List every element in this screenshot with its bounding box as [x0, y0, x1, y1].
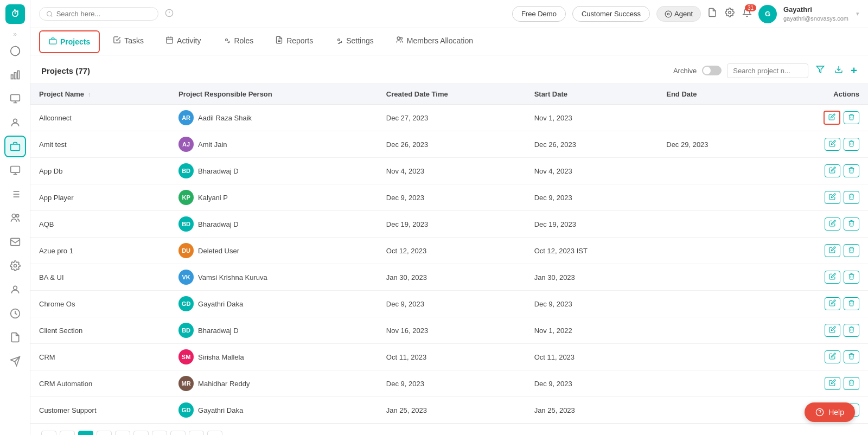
edit-button[interactable] [825, 138, 840, 151]
project-name-cell: App Db [30, 158, 170, 184]
search-box[interactable] [39, 7, 158, 21]
delete-button[interactable] [844, 244, 859, 257]
add-project-button[interactable]: + [851, 65, 857, 77]
page-4-button[interactable]: 4 [133, 431, 149, 435]
avatar[interactable]: G [758, 5, 777, 23]
sidebar-item-desktop[interactable] [4, 159, 26, 181]
responsible-cell: KP Kalyani P [170, 184, 378, 211]
tab-members[interactable]: Members Allocation [385, 28, 484, 55]
sidebar-item-mail[interactable] [4, 231, 26, 253]
sidebar-item-groups[interactable] [4, 207, 26, 229]
tab-reports[interactable]: Reports [264, 28, 324, 55]
project-name-cell: Client Section [30, 317, 170, 344]
edit-button[interactable] [824, 111, 840, 125]
delete-button[interactable] [844, 324, 859, 337]
free-demo-button[interactable]: Free Demo [512, 6, 566, 22]
tab-activity[interactable]: Activity [155, 28, 212, 55]
responsible-cell: BD Bharadwaj D [170, 211, 378, 238]
sidebar-item-gear[interactable] [4, 255, 26, 277]
sidebar-item-clock[interactable] [4, 303, 26, 324]
sidebar-item-send[interactable] [4, 350, 26, 372]
tab-tasks[interactable]: Tasks [102, 28, 155, 55]
sidebar-item-docs[interactable] [4, 327, 26, 348]
agent-button[interactable]: Agent [656, 6, 701, 22]
page-first-button[interactable]: « [41, 431, 56, 435]
search-input[interactable] [56, 10, 151, 18]
end-date-cell [658, 105, 768, 131]
page-next-button[interactable]: › [189, 431, 204, 435]
user-chevron-icon[interactable]: ▾ [856, 10, 859, 17]
edit-button[interactable] [825, 324, 840, 337]
sidebar-item-projects[interactable] [4, 136, 26, 157]
edit-button[interactable] [825, 191, 840, 204]
start-date-cell: Oct 12, 2023 IST [526, 238, 658, 264]
page-3-button[interactable]: 3 [115, 431, 130, 435]
sidebar-item-list[interactable] [4, 183, 26, 205]
info-icon[interactable] [165, 9, 174, 20]
projects-table-wrap: Project Name ↑ Project Responsible Perso… [30, 84, 868, 424]
projects-header-right: Archive + [673, 63, 857, 78]
tab-roles[interactable]: Roles [212, 28, 264, 55]
delete-button[interactable] [844, 111, 859, 124]
created-date-cell: Dec 9, 2023 [378, 370, 526, 397]
project-name-cell: Azue pro 1 [30, 238, 170, 264]
page-1-button[interactable]: 1 [78, 431, 93, 435]
delete-button[interactable] [844, 271, 859, 284]
sidebar-item-chart[interactable] [4, 64, 26, 86]
page-last-button[interactable]: » [207, 431, 222, 435]
end-date-cell [658, 317, 768, 344]
settings-icon[interactable] [725, 8, 735, 20]
delete-button[interactable] [844, 164, 859, 177]
actions-cell [769, 344, 868, 370]
sidebar-item-analytics[interactable] [4, 40, 26, 62]
project-name-cell: BA & UI [30, 264, 170, 291]
filter-button[interactable] [814, 63, 827, 78]
download-button[interactable] [832, 63, 845, 78]
table-row: Allconnect AR Aadil Raza Shaik Dec 27, 2… [30, 105, 868, 131]
customer-success-button[interactable]: Customer Success [572, 6, 650, 22]
svg-rect-9 [10, 167, 20, 173]
delete-button[interactable] [844, 350, 859, 363]
sidebar-item-profile[interactable] [4, 279, 26, 300]
svg-rect-34 [49, 39, 56, 44]
sidebar-item-user[interactable] [4, 112, 26, 133]
sidebar-item-display[interactable] [4, 88, 26, 110]
svg-rect-20 [10, 238, 20, 245]
edit-button[interactable] [825, 377, 840, 390]
tab-tasks-label: Tasks [124, 36, 144, 45]
archive-toggle[interactable] [702, 66, 722, 75]
pagination: « ‹ 1 2 3 4 5 6 › » 1 - 15 of 77 Items [30, 424, 868, 435]
page-5-button[interactable]: 5 [152, 431, 167, 435]
responsible-cell: SM Sirisha Mallela [170, 344, 378, 370]
edit-button[interactable] [825, 297, 840, 310]
table-row: Client Section BD Bharadwaj D Nov 16, 20… [30, 317, 868, 344]
edit-button[interactable] [825, 350, 840, 363]
edit-button[interactable] [825, 271, 840, 284]
app-logo[interactable]: ⏱ [5, 4, 25, 24]
delete-button[interactable] [844, 138, 859, 151]
delete-button[interactable] [844, 377, 859, 390]
edit-button[interactable] [825, 218, 840, 231]
edit-button[interactable] [825, 244, 840, 257]
notification-icon[interactable]: 31 [742, 8, 752, 20]
svg-point-32 [667, 13, 669, 15]
user-name: Gayathri [783, 5, 848, 15]
page-6-button[interactable]: 6 [170, 431, 186, 435]
page-prev-button[interactable]: ‹ [60, 431, 75, 435]
tab-projects[interactable]: Projects [39, 30, 100, 53]
edit-button[interactable] [825, 164, 840, 177]
responsible-name: Bharadwaj D [198, 220, 238, 228]
project-name-cell: AQB [30, 211, 170, 238]
search-project-input[interactable] [727, 63, 808, 78]
start-date-cell: Dec 19, 2023 [526, 211, 658, 238]
tab-tasks-icon [113, 36, 121, 46]
delete-button[interactable] [844, 297, 859, 310]
sidebar-expand-btn[interactable]: » [13, 30, 17, 38]
delete-button[interactable] [844, 218, 859, 231]
sort-icon[interactable]: ↑ [88, 91, 91, 98]
document-icon[interactable] [707, 8, 717, 20]
help-button[interactable]: Help [805, 402, 855, 422]
page-2-button[interactable]: 2 [97, 431, 112, 435]
delete-button[interactable] [844, 191, 859, 204]
tab-settings[interactable]: Settings [324, 28, 385, 55]
